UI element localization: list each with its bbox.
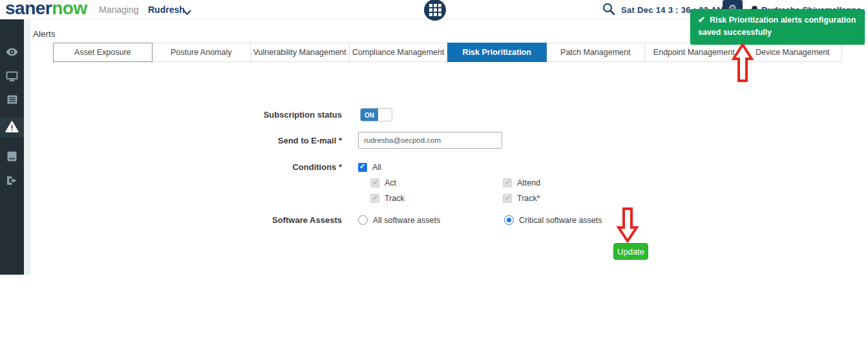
- warning-triangle-icon: [5, 121, 19, 135]
- check-icon: ✔: [698, 15, 705, 25]
- logo-now: now: [52, 0, 87, 18]
- tab-vulnerability-management[interactable]: Vulnerability Management: [250, 43, 350, 62]
- tab-endpoint-management[interactable]: Endpoint Management: [644, 43, 744, 62]
- success-toast: ✔Risk Prioritization alerts configuratio…: [690, 9, 865, 45]
- sidebar-item-signout[interactable]: [0, 171, 24, 192]
- left-sidebar: [0, 19, 24, 275]
- row-software-assets: Software Assests All software assets Cri…: [31, 215, 742, 225]
- sidebar-item-visibility[interactable]: [0, 43, 24, 63]
- app-window: sanernow Managing Rudresh Sat Dec 14 3 :…: [0, 0, 868, 338]
- tab-posture-anomaly[interactable]: Posture Anomaly: [152, 43, 251, 62]
- tab-patch-management[interactable]: Patch Management: [546, 43, 646, 62]
- row-conditions: Conditions * All: [31, 162, 742, 172]
- sidebar-item-endpoints[interactable]: [0, 67, 24, 88]
- search-icon[interactable]: [602, 3, 615, 16]
- sidebar-item-alerts-active[interactable]: [0, 118, 24, 138]
- row-subscription-status: Subscription status ON: [31, 108, 742, 121]
- app-launcher-grid-icon[interactable]: [424, 0, 446, 21]
- chevron-down-icon[interactable]: [183, 6, 191, 18]
- checkbox-all[interactable]: [358, 163, 367, 172]
- page-title: Alerts: [33, 29, 56, 39]
- monitor-icon: [6, 71, 18, 84]
- tab-compliance-management[interactable]: Compliance Management: [349, 43, 449, 62]
- row-act-attend: Act Attend: [31, 178, 742, 187]
- software-assets-label: Software Assests: [31, 215, 342, 225]
- checkbox-attend: [503, 178, 512, 187]
- radio-all-software-label: All software assets: [373, 216, 440, 225]
- grid-cells: [429, 4, 441, 16]
- checkbox-act: [370, 178, 379, 187]
- toast-message: Risk Prioritization alerts configuration…: [698, 16, 856, 37]
- checkbox-track: [370, 194, 379, 203]
- sidebar-item-list[interactable]: [0, 90, 24, 111]
- list-icon: [7, 95, 17, 107]
- email-field[interactable]: [358, 132, 502, 149]
- row-send-to-email: Send to E-mail *: [31, 132, 742, 149]
- subscription-status-label: Subscription status: [31, 110, 342, 120]
- managing-label: Managing: [99, 5, 139, 15]
- sanernow-logo: sanernow: [5, 0, 87, 19]
- tab-risk-prioritization[interactable]: Risk Prioritization: [447, 43, 547, 62]
- checkbox-track-label: Track: [385, 194, 405, 203]
- tab-device-management[interactable]: Device Management: [743, 43, 843, 62]
- sidebar-item-reports[interactable]: [0, 147, 24, 168]
- subscription-toggle[interactable]: ON: [360, 108, 392, 121]
- update-button[interactable]: Update: [613, 243, 648, 260]
- eye-icon: [6, 47, 18, 59]
- main-content: Alerts Asset Exposure Posture Anomaly Vu…: [31, 19, 868, 275]
- radio-all-software[interactable]: [358, 215, 368, 225]
- logo-saner: saner: [5, 0, 52, 18]
- sidebar-gutter: [24, 19, 30, 275]
- radio-critical-software[interactable]: [504, 215, 514, 225]
- row-track: Track Track*: [31, 194, 742, 203]
- checkbox-attend-label: Attend: [517, 178, 540, 187]
- checkbox-act-label: Act: [385, 178, 396, 187]
- account-selector[interactable]: Rudresh: [148, 5, 185, 15]
- radio-critical-software-label: Critical software assets: [519, 216, 602, 225]
- alert-tabs: Asset Exposure Posture Anomaly Vulnerabi…: [54, 43, 842, 62]
- book-icon: [7, 151, 17, 164]
- checkbox-track-star: [503, 194, 512, 203]
- tab-asset-exposure[interactable]: Asset Exposure: [53, 43, 153, 62]
- toggle-on-label: ON: [361, 109, 378, 121]
- email-label: Send to E-mail *: [31, 136, 342, 145]
- checkbox-track-star-label: Track*: [517, 194, 540, 203]
- checkbox-all-label: All: [372, 163, 381, 172]
- sign-out-icon: [6, 176, 17, 188]
- conditions-label: Conditions *: [31, 162, 342, 172]
